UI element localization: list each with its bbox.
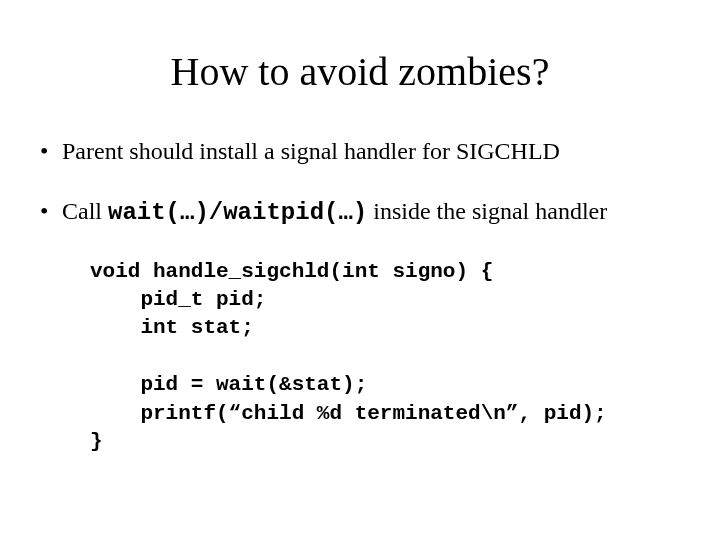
bullet-2-code: wait(…)/waitpid(…) <box>108 199 367 226</box>
code-block: void handle_sigchld(int signo) { pid_t p… <box>90 258 680 456</box>
bullet-2: Call wait(…)/waitpid(…) inside the signa… <box>40 195 680 229</box>
slide-title: How to avoid zombies? <box>40 48 680 95</box>
slide: How to avoid zombies? Parent should inst… <box>0 0 720 540</box>
bullet-2-pre: Call <box>62 198 108 224</box>
bullet-list: Parent should install a signal handler f… <box>40 135 680 230</box>
bullet-1-text: Parent should install a signal handler f… <box>62 138 560 164</box>
bullet-1: Parent should install a signal handler f… <box>40 135 680 167</box>
bullet-2-post: inside the signal handler <box>367 198 607 224</box>
